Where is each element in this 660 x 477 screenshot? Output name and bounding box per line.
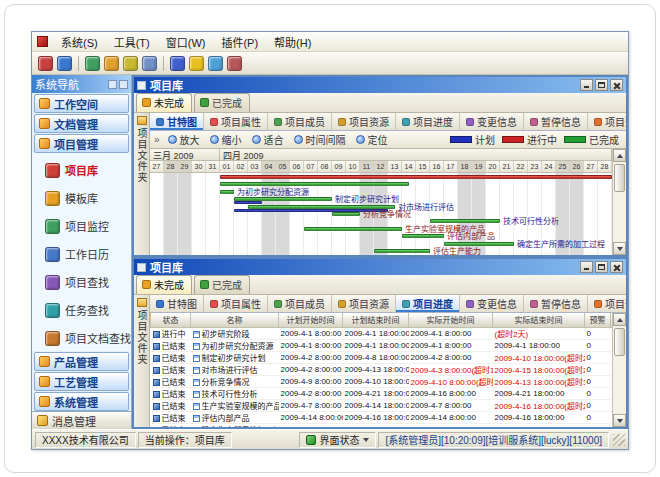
tab-item[interactable]: 项目成员 (268, 295, 332, 312)
gantt-bar[interactable] (402, 234, 444, 238)
menu-item[interactable]: 帮助(H) (266, 31, 319, 53)
gantt-vertical-scrollbar[interactable] (612, 149, 626, 255)
sidebar-group[interactable]: 系统管理 (34, 392, 129, 411)
tab-item[interactable]: 项目属性 (204, 295, 268, 312)
close-icon[interactable] (119, 80, 128, 89)
mail-icon[interactable] (123, 56, 138, 71)
overflow-chevron-icon[interactable] (154, 134, 160, 145)
gantt-bar[interactable] (430, 219, 500, 223)
scroll-up-icon[interactable] (613, 313, 626, 326)
tab-item[interactable]: 项目属性 (204, 113, 268, 130)
resize-grip[interactable] (613, 434, 625, 446)
info-icon[interactable] (170, 56, 185, 71)
gantt-bar[interactable] (220, 182, 409, 186)
close-button[interactable] (610, 261, 623, 273)
tab-item[interactable]: 甘特图 (150, 295, 204, 312)
zoom-in-button[interactable]: 放大 (166, 132, 202, 147)
scroll-down-icon[interactable] (613, 242, 626, 255)
tab-item[interactable]: 甘特图 (150, 113, 204, 130)
table-row[interactable]: 已结束制定初步研究计划2009-4-2 8:00:002009-4-8 18:0… (151, 351, 613, 363)
gantt-bar[interactable] (374, 249, 430, 253)
column-header[interactable]: 名称 (191, 313, 279, 327)
tab-item[interactable]: 变更信息 (460, 113, 524, 130)
help-icon[interactable] (208, 56, 223, 71)
sidebar-group[interactable]: 工艺管理 (34, 372, 129, 391)
column-header[interactable]: 预警 (585, 313, 611, 327)
table-window-titlebar[interactable]: 项目库 (134, 259, 626, 275)
exit-icon[interactable] (227, 56, 242, 71)
gantt-bar[interactable] (248, 205, 395, 209)
scroll-thumb[interactable] (614, 328, 625, 356)
table-vertical-scrollbar[interactable] (612, 313, 626, 427)
filter-tab[interactable]: 已完成 (194, 93, 250, 112)
table-row[interactable]: 已结束评估内部产品2009-4-14 8:00:002009-4-16 18:0… (151, 411, 613, 423)
gantt-bar[interactable] (220, 175, 612, 179)
table-row[interactable]: 已结束分析竞争情况2009-4-9 8:00:002009-4-10 18:00… (151, 375, 613, 387)
sidebar-item[interactable]: 项目查找 (32, 268, 131, 296)
lock-icon[interactable] (189, 56, 204, 71)
menu-item[interactable]: 工具(T) (106, 31, 158, 53)
sidebar-item[interactable]: 任务查找 (32, 296, 131, 324)
sidebar-tab-messages[interactable]: 消息管理 (32, 411, 131, 429)
view-state-panel[interactable]: 界面状态 (299, 432, 376, 448)
scroll-down-icon[interactable] (613, 414, 626, 427)
sidebar-item[interactable]: 工作日历 (32, 240, 131, 268)
tab-item[interactable]: 项目成员 (268, 113, 332, 130)
menu-item[interactable]: 插件(P) (213, 31, 266, 53)
sidebar-group[interactable]: 文档管理 (34, 114, 129, 133)
tab-item[interactable]: 项目进度 (396, 113, 460, 130)
tab-item[interactable]: 暂停信息 (524, 113, 588, 130)
zoom-out-button[interactable]: 缩小 (208, 132, 244, 147)
table-row[interactable]: 已结束为初步研究分配资源2009-4-1 8:00:002009-4-1 18:… (151, 339, 613, 351)
gantt-bar[interactable] (220, 190, 234, 194)
minimize-button[interactable] (580, 79, 593, 91)
refresh-icon[interactable] (85, 56, 100, 71)
system-icon[interactable] (38, 56, 53, 71)
sidebar-group[interactable]: 产品管理 (34, 352, 129, 371)
column-header[interactable]: 实际开始时间 (409, 313, 493, 327)
column-header[interactable]: 计划开始时间 (279, 313, 343, 327)
sidebar-item[interactable]: 模板库 (32, 184, 131, 212)
gantt-window-titlebar[interactable]: 项目库 (134, 77, 626, 93)
tab-item[interactable]: 项目进度 (396, 295, 460, 312)
table-row[interactable]: 已结束确定生产所需的加工过程2009-4-17 8:00:002009-4-20… (151, 423, 613, 427)
filter-tab[interactable]: 未完成 (136, 275, 192, 294)
table-row[interactable]: 已结束生产实验室规模的产品2009-4-7 8:00:002009-4-14 1… (151, 399, 613, 411)
scroll-up-icon[interactable] (613, 149, 626, 162)
tab-item[interactable]: 项目预警 (588, 113, 626, 130)
table-row[interactable]: 进行中初步研究阶段2009-4-1 8:00:002009-4-1 18:00:… (151, 327, 613, 339)
table-row[interactable]: 已结束技术可行性分析2009-4-2 8:00:002009-4-21 18:0… (151, 387, 613, 399)
maximize-button[interactable] (595, 79, 608, 91)
close-button[interactable] (610, 79, 623, 91)
folder-side-tab[interactable]: 项目文件夹 (134, 113, 150, 255)
column-header[interactable]: 计划结束时间 (343, 313, 409, 327)
gantt-bar[interactable] (234, 197, 332, 201)
minimize-button[interactable] (580, 261, 593, 273)
sidebar-group[interactable]: 项目管理 (34, 134, 129, 153)
tab-item[interactable]: 变更信息 (460, 295, 524, 312)
filter-tab[interactable]: 已完成 (194, 275, 250, 294)
scroll-thumb[interactable] (614, 164, 625, 192)
tab-item[interactable]: 项目资源 (332, 113, 396, 130)
menu-item[interactable]: 窗口(W) (158, 31, 214, 53)
time-interval-button[interactable]: 时间间隔 (292, 132, 348, 147)
report-icon[interactable] (142, 56, 157, 71)
locate-button[interactable]: 定位 (354, 132, 390, 147)
zoom-fit-button[interactable]: 适合 (250, 132, 286, 147)
maximize-button[interactable] (595, 261, 608, 273)
pin-icon[interactable] (108, 80, 117, 89)
sidebar-group[interactable]: 工作空间 (34, 94, 129, 113)
sidebar-item[interactable]: 项目监控 (32, 212, 131, 240)
tab-item[interactable]: 项目预警 (588, 295, 626, 312)
tab-item[interactable]: 项目资源 (332, 295, 396, 312)
gantt-bar[interactable] (444, 242, 514, 246)
table-row[interactable]: 已结束对市场进行评估2009-4-2 8:00:002009-4-13 18:0… (151, 363, 613, 375)
filter-tab[interactable]: 未完成 (136, 93, 192, 112)
tab-item[interactable]: 暂停信息 (524, 295, 588, 312)
gantt-plot[interactable]: 为初步研究分配资源制定初步研究计划对市场进行评估分析竞争情况技术可行性分析生产实… (150, 173, 612, 255)
gantt-bar[interactable] (332, 212, 360, 216)
folder-side-tab[interactable]: 项目文件夹 (134, 295, 150, 427)
column-header[interactable]: 实际结束时间 (493, 313, 585, 327)
sidebar-item[interactable]: 项目文档查找 (32, 324, 131, 351)
sidebar-item[interactable]: 项目库 (32, 156, 131, 184)
